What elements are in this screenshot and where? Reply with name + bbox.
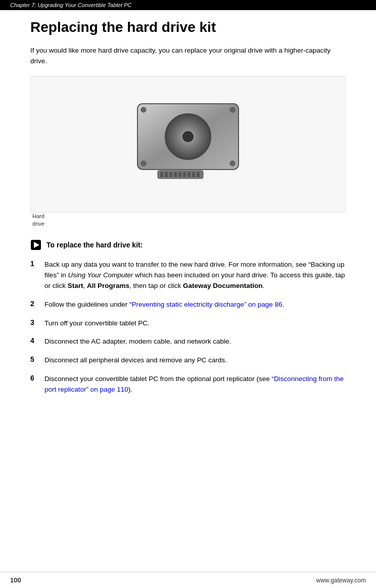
step-3-content: Turn off your convertible tablet PC.: [44, 318, 346, 329]
procedure-header: To replace the hard drive kit:: [30, 239, 346, 250]
play-icon: [30, 239, 41, 250]
image-caption: Hard drive: [30, 213, 346, 228]
footer-url: www.gateway.com: [316, 577, 366, 584]
svg-point-14: [230, 107, 235, 112]
hard-drive-illustration: [107, 89, 269, 200]
svg-rect-5: [165, 172, 168, 177]
page-number: 100: [10, 576, 21, 584]
chapter-header: Chapter 7: Upgrading Your Convertible Ta…: [0, 0, 376, 10]
step-5-content: Disconnect all peripheral devices and re…: [44, 355, 346, 366]
svg-point-15: [141, 161, 146, 166]
step-5: 5 Disconnect all peripheral devices and …: [30, 355, 346, 366]
step-1-content: Back up any data you want to transfer to…: [44, 260, 346, 291]
footer-bar: 100 www.gateway.com: [0, 572, 376, 588]
step-6: 6 Disconnect your convertible tablet PC …: [30, 374, 346, 395]
steps-list: 1 Back up any data you want to transfer …: [30, 260, 346, 395]
svg-rect-6: [169, 172, 172, 177]
step-1-bold-gateway: Gateway Documentation: [183, 282, 263, 289]
svg-rect-11: [192, 172, 195, 177]
step-2-number: 2: [30, 300, 44, 308]
step-1-number: 1: [30, 260, 44, 268]
svg-rect-12: [197, 172, 200, 177]
page-title: Replacing the hard drive kit: [30, 19, 346, 35]
step-6-content: Disconnect your convertible tablet PC fr…: [44, 374, 346, 395]
step-2-content: Follow the guidelines under “Preventing …: [44, 300, 346, 310]
svg-rect-7: [174, 172, 177, 177]
content-area: Replacing the hard drive kit If you woul…: [0, 10, 376, 418]
chapter-header-text: Chapter 7: Upgrading Your Convertible Ta…: [10, 2, 131, 8]
svg-point-16: [230, 161, 235, 166]
svg-rect-9: [183, 172, 186, 177]
hard-drive-image: [30, 76, 346, 213]
step-6-number: 6: [30, 374, 44, 382]
step-6-link[interactable]: “Disconnecting from the port replicator”…: [44, 375, 344, 393]
step-3: 3 Turn off your convertible tablet PC.: [30, 318, 346, 329]
svg-point-2: [183, 132, 193, 142]
step-5-number: 5: [30, 355, 44, 363]
svg-point-13: [141, 107, 146, 112]
step-4: 4 Disconnect the AC adapter, modem cable…: [30, 337, 346, 347]
procedure-title: To replace the hard drive kit:: [46, 241, 143, 249]
svg-rect-4: [160, 172, 163, 177]
hard-drive-image-wrapper: Hard drive: [30, 76, 346, 228]
svg-rect-8: [178, 172, 181, 177]
svg-rect-10: [187, 172, 191, 177]
step-3-number: 3: [30, 318, 44, 326]
step-1-bold-start: Start: [68, 282, 83, 289]
intro-paragraph: If you would like more hard drive capaci…: [30, 46, 346, 67]
step-1: 1 Back up any data you want to transfer …: [30, 260, 346, 291]
step-4-number: 4: [30, 337, 44, 345]
step-1-bold-programs: All Programs: [87, 282, 129, 289]
step-4-content: Disconnect the AC adapter, modem cable, …: [44, 337, 346, 347]
page-container: Chapter 7: Upgrading Your Convertible Ta…: [0, 0, 376, 588]
caption-line2: drive: [32, 221, 44, 227]
step-1-italic: Using Your Computer: [68, 271, 133, 279]
step-2: 2 Follow the guidelines under “Preventin…: [30, 300, 346, 310]
step-2-link[interactable]: “Preventing static electricity discharge…: [129, 301, 282, 308]
caption-line1: Hard: [32, 213, 44, 219]
